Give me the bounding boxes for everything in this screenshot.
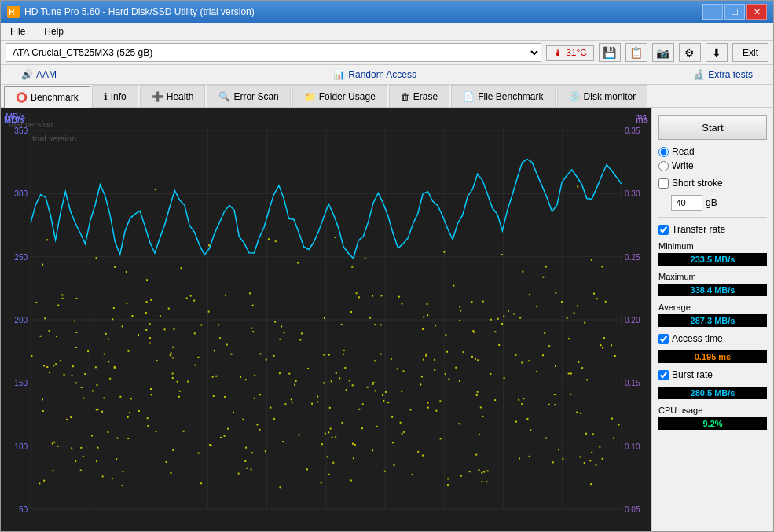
aam-item[interactable]: 🔊 AAM xyxy=(6,67,72,83)
menu-help[interactable]: Help xyxy=(39,24,68,39)
tab-health[interactable]: ➕ Health xyxy=(140,85,206,107)
extra-icon: 🔬 xyxy=(693,69,705,80)
tab-folder-usage[interactable]: 📁 Folder Usage xyxy=(292,85,387,107)
exit-button[interactable]: Exit xyxy=(732,43,768,62)
minimize-button[interactable]: — xyxy=(702,4,723,20)
main-window: H HD Tune Pro 5.60 - Hard Disk/SSD Utili… xyxy=(0,0,774,532)
health-icon: ➕ xyxy=(152,91,163,102)
burst-rate-label: Burst rate xyxy=(672,369,713,380)
tab-error-scan[interactable]: 🔍 Error Scan xyxy=(207,85,290,107)
short-stroke-checkbox-item[interactable]: Short stroke xyxy=(658,178,767,189)
minimum-value: 233.5 MB/s xyxy=(658,253,767,266)
read-radio-item[interactable]: Read xyxy=(658,146,767,157)
maximum-value: 338.4 MB/s xyxy=(658,284,767,296)
short-stroke-label: Short stroke xyxy=(672,178,723,189)
transfer-rate-checkbox-item[interactable]: Transfer rate xyxy=(658,224,767,235)
content-area: MB/s ms trial version Start Read Write S… xyxy=(1,108,773,531)
camera-btn[interactable]: 📷 xyxy=(652,43,674,62)
divider-1 xyxy=(658,217,767,218)
write-radio[interactable] xyxy=(658,161,669,171)
access-time-value: 0.195 ms xyxy=(658,350,767,363)
minimum-label: Minimum xyxy=(658,241,767,251)
info-icon: ℹ xyxy=(104,91,108,102)
toolbar: ATA Crucial_CT525MX3 (525 gB) 🌡 31°C 💾 📋… xyxy=(1,41,773,65)
access-time-label: Access time xyxy=(672,333,723,344)
short-stroke-checkbox[interactable] xyxy=(658,178,669,189)
stroke-unit: gB xyxy=(706,197,717,208)
cpu-usage-value: 9.2% xyxy=(658,417,767,430)
aam-icon: 🔊 xyxy=(21,69,33,80)
stroke-row: gB xyxy=(671,195,767,211)
tab-info[interactable]: ℹ Info xyxy=(92,85,138,107)
sub-toolbar: 🔊 AAM 📊 Random Access 🔬 Extra tests xyxy=(1,65,773,85)
title-bar: H HD Tune Pro 5.60 - Hard Disk/SSD Utili… xyxy=(1,1,773,23)
benchmark-canvas xyxy=(1,108,651,531)
read-label: Read xyxy=(672,146,695,157)
read-radio[interactable] xyxy=(658,147,669,157)
error-scan-icon: 🔍 xyxy=(218,91,230,102)
access-time-checkbox-item[interactable]: Access time xyxy=(658,333,767,344)
chart-y-label-right: ms xyxy=(635,112,647,121)
write-label: Write xyxy=(672,160,694,171)
maximize-button[interactable]: ☐ xyxy=(724,4,745,20)
burst-rate-checkbox-item[interactable]: Burst rate xyxy=(658,369,767,380)
file-benchmark-icon: 📄 xyxy=(463,91,475,102)
chart-watermark: trial version xyxy=(9,119,53,129)
burst-rate-value: 280.5 MB/s xyxy=(658,387,767,399)
disk-select[interactable]: ATA Crucial_CT525MX3 (525 gB) xyxy=(6,43,541,62)
access-time-checkbox[interactable] xyxy=(658,334,669,344)
right-panel: Start Read Write Short stroke gB xyxy=(651,108,773,531)
tab-file-benchmark[interactable]: 📄 File Benchmark xyxy=(451,85,555,107)
tab-disk-monitor[interactable]: 💿 Disk monitor xyxy=(557,85,648,107)
menu-file[interactable]: File xyxy=(6,24,30,39)
tab-erase[interactable]: 🗑 Erase xyxy=(389,85,449,107)
extra-tests-item[interactable]: 🔬 Extra tests xyxy=(677,67,768,83)
tabs-bar: ⭕ Benchmark ℹ Info ➕ Health 🔍 Error Scan… xyxy=(1,85,773,108)
write-radio-item[interactable]: Write xyxy=(658,160,767,171)
arrow-down-btn[interactable]: ⬇ xyxy=(706,43,728,62)
transfer-rate-label: Transfer rate xyxy=(672,224,725,235)
burst-rate-stat: 280.5 MB/s xyxy=(658,387,767,399)
thermometer-icon: 🌡 xyxy=(553,47,563,58)
average-label: Average xyxy=(658,303,767,312)
stroke-input[interactable] xyxy=(671,195,702,211)
cpu-usage-label: CPU usage xyxy=(658,405,767,415)
folder-icon: 📁 xyxy=(304,91,316,102)
menu-bar: File Help xyxy=(1,23,773,41)
average-stat: Average 287.3 MB/s xyxy=(658,303,767,327)
close-button[interactable]: ✕ xyxy=(746,4,767,20)
minimum-stat: Minimum 233.5 MB/s xyxy=(658,241,767,266)
temperature-display: 🌡 31°C xyxy=(546,45,594,61)
erase-icon: 🗑 xyxy=(401,91,410,102)
average-value: 287.3 MB/s xyxy=(658,314,767,327)
burst-rate-checkbox[interactable] xyxy=(658,370,669,380)
benchmark-icon: ⭕ xyxy=(16,92,28,103)
disk-copy-btn[interactable]: 📋 xyxy=(625,43,647,62)
mode-radio-group: Read Write xyxy=(658,146,767,171)
settings-btn[interactable]: ⚙ xyxy=(679,43,701,62)
maximum-stat: Maximum 338.4 MB/s xyxy=(658,272,767,296)
hdd-icon-btn[interactable]: 💾 xyxy=(599,43,621,62)
chart-container: MB/s ms trial version xyxy=(1,108,651,531)
random-access-item[interactable]: 📊 Random Access xyxy=(72,67,677,83)
maximum-label: Maximum xyxy=(658,272,767,281)
app-icon: H xyxy=(7,6,20,18)
access-time-stat: 0.195 ms xyxy=(658,350,767,363)
tab-benchmark[interactable]: ⭕ Benchmark xyxy=(4,86,90,108)
cpu-usage-stat: CPU usage 9.2% xyxy=(658,405,767,430)
temperature-value: 31°C xyxy=(566,47,587,58)
disk-monitor-icon: 💿 xyxy=(569,91,581,102)
transfer-rate-checkbox[interactable] xyxy=(658,225,669,235)
title-text: HD Tune Pro 5.60 - Hard Disk/SSD Utility… xyxy=(24,6,255,17)
random-icon: 📊 xyxy=(333,69,345,80)
start-button[interactable]: Start xyxy=(658,115,767,140)
svg-text:H: H xyxy=(9,8,14,17)
